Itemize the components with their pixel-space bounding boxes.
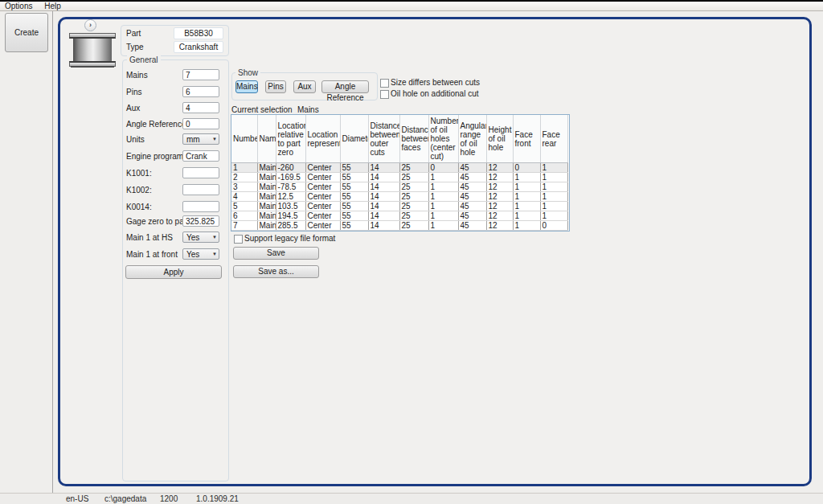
aux-input[interactable] [182,102,219,113]
column-header[interactable]: Height of oil hole [486,115,513,163]
table-cell[interactable]: Center [305,182,340,192]
table-cell[interactable]: 25 [399,192,428,202]
table-cell[interactable]: 14 [368,211,399,221]
table-cell[interactable]: -169.5 [276,173,305,182]
table-cell[interactable]: 55 [340,211,368,221]
show-aux-button[interactable]: Aux [293,80,316,93]
column-header[interactable]: Name [257,115,276,163]
table-cell[interactable]: 103.5 [276,202,305,211]
table-cell[interactable]: 14 [368,163,399,173]
table-cell[interactable]: 45 [458,211,486,221]
expander-button[interactable]: › [84,19,96,31]
table-cell[interactable]: 1 [540,173,567,182]
table-cell[interactable]: Main 3 [257,182,276,192]
column-header[interactable]: Number of oil holes (center cut) [428,115,458,163]
table-cell[interactable]: 2 [231,173,257,182]
column-header[interactable]: Location relative to part zero [276,115,305,163]
create-button[interactable]: Create [5,13,48,52]
table-cell[interactable]: 12 [486,182,513,192]
table-cell[interactable]: -260 [276,163,305,173]
table-cell[interactable]: 12.5 [276,192,305,202]
table-cell[interactable]: 14 [368,202,399,211]
table-cell[interactable]: Main 7 [257,221,276,231]
show-pins-button[interactable]: Pins [265,80,286,93]
menu-options[interactable]: Options [0,2,37,10]
table-cell[interactable]: -78.5 [276,182,305,192]
table-cell[interactable]: Main 2 [257,173,276,182]
table-cell[interactable]: 1 [540,202,567,211]
table-cell[interactable]: 1 [428,173,458,182]
engine-program-input[interactable] [182,150,219,162]
table-cell[interactable]: 12 [486,163,513,173]
column-header[interactable]: Angular range of oil hole [458,115,486,163]
oil-hole-checkbox[interactable] [380,90,389,99]
k1002-input[interactable] [182,184,219,195]
table-cell[interactable]: 45 [458,182,486,192]
table-cell[interactable]: 4 [231,192,257,202]
k1001-input[interactable] [182,167,219,178]
table-cell[interactable]: 45 [458,202,486,211]
pins-input[interactable] [182,86,219,97]
table-cell[interactable]: 285.5 [276,221,305,231]
table-cell[interactable]: 1 [513,173,540,182]
table-cell[interactable]: 3 [231,182,257,192]
mains-input[interactable] [182,69,219,80]
table-cell[interactable]: 1 [540,192,567,202]
save-as-button[interactable]: Save as... [233,265,319,278]
table-cell[interactable]: 7 [231,221,257,231]
table-cell[interactable]: 55 [340,202,368,211]
table-cell[interactable]: 25 [399,211,428,221]
table-cell[interactable]: 45 [458,173,486,182]
table-cell[interactable]: 25 [399,173,428,182]
column-header[interactable]: Diameter [340,115,368,163]
table-cell[interactable]: 12 [486,202,513,211]
size-differs-checkbox[interactable] [380,79,389,88]
table-cell[interactable]: 0 [540,221,567,231]
show-angle-reference-button[interactable]: Angle Reference [321,80,369,93]
table-cell[interactable]: 1 [428,211,458,221]
table-cell[interactable]: 0 [513,163,540,173]
table-cell[interactable]: 1 [540,182,567,192]
table-cell[interactable]: 25 [399,202,428,211]
table-cell[interactable]: 0 [428,163,458,173]
menu-help[interactable]: Help [39,2,66,10]
table-cell[interactable]: 1 [540,163,567,173]
table-cell[interactable]: Center [305,173,340,182]
table-cell[interactable]: 12 [486,173,513,182]
table-cell[interactable]: 1 [513,221,540,231]
table-cell[interactable]: Main 4 [257,192,276,202]
table-cell[interactable]: 25 [399,221,428,231]
table-cell[interactable]: 14 [368,221,399,231]
main1-hs-select[interactable]: Yes ▼ [182,232,219,243]
table-cell[interactable]: 1 [513,182,540,192]
table-cell[interactable]: 14 [368,192,399,202]
table-cell[interactable]: 55 [340,182,368,192]
table-cell[interactable]: 12 [486,211,513,221]
units-select[interactable]: mm ▼ [182,133,219,145]
table-cell[interactable]: 1 [428,182,458,192]
column-header[interactable]: Location represents [305,115,340,163]
table-cell[interactable]: 12 [486,221,513,231]
table-cell[interactable]: 12 [486,192,513,202]
column-header[interactable]: Distance between faces [399,115,428,163]
table-cell[interactable]: 1 [540,211,567,221]
table-cell[interactable]: 45 [458,192,486,202]
angle-reference-input[interactable] [182,118,219,129]
k0014-input[interactable] [182,201,219,212]
table-cell[interactable]: Center [305,163,340,173]
table-cell[interactable]: 55 [340,192,368,202]
table-cell[interactable]: 1 [428,221,458,231]
table-cell[interactable]: 45 [458,221,486,231]
column-header[interactable]: Face rear [540,115,567,163]
save-button[interactable]: Save [233,247,319,260]
table-cell[interactable]: Center [305,192,340,202]
table-cell[interactable]: 5 [231,202,257,211]
column-header[interactable]: Face front [513,115,540,163]
table-cell[interactable]: Main 1 [257,163,276,173]
gage-zero-input[interactable] [182,215,219,227]
column-header[interactable]: Number [231,115,257,163]
table-cell[interactable]: Center [305,221,340,231]
table-cell[interactable]: 25 [399,182,428,192]
apply-button[interactable]: Apply [125,265,222,279]
table-cell[interactable]: Center [305,211,340,221]
